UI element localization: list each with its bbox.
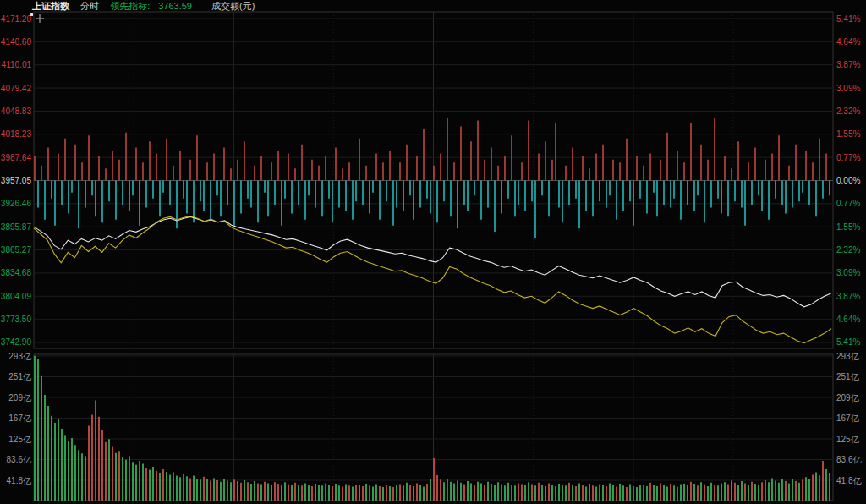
percent-axis-label: 3.87% (836, 292, 860, 301)
volume-axis-label: 167亿 (836, 414, 860, 423)
volume-axis-label: 167亿 (8, 414, 32, 423)
price-line (34, 216, 831, 306)
volume-axis-label: 83.6亿 (836, 455, 862, 464)
indicator-line (34, 216, 831, 343)
price-axis-label: 4079.42 (1, 84, 32, 93)
percent-axis-label: 3.09% (836, 268, 860, 277)
price-axis-label: 3987.64 (1, 153, 32, 162)
price-axis-label: 4110.01 (2, 60, 32, 69)
price-axis-label: 3865.27 (1, 245, 32, 255)
percent-axis-label: 2.32% (836, 245, 860, 255)
cursor-marker (30, 13, 33, 16)
volume-axis-label: 209亿 (8, 393, 32, 403)
percent-axis-label: 1.55% (836, 222, 860, 232)
percent-axis-label: 1.55% (836, 129, 860, 139)
price-axis-label: 3926.46 (1, 199, 32, 208)
volume-axis-label: 209亿 (836, 393, 860, 403)
volume-axis-label: 293亿 (836, 352, 860, 361)
percent-axis-label: 0.00% (836, 176, 860, 185)
percent-axis-label: 0.77% (836, 199, 860, 208)
price-axis-label: 3773.50 (1, 315, 32, 324)
percent-axis-label: 5.41% (836, 337, 860, 347)
percent-axis-label: 4.64% (836, 315, 860, 324)
price-axis-label: 4140.60 (1, 37, 32, 47)
percent-axis-label: 3.09% (836, 84, 860, 93)
volume-axis-label: 41.8亿 (836, 476, 862, 485)
volume-axis-label: 125亿 (8, 435, 32, 444)
price-axis-label: 3804.09 (1, 292, 32, 301)
volume-axis-label: 41.8亿 (7, 476, 32, 485)
price-axis-label: 4048.83 (1, 107, 32, 116)
percent-axis-label: 0.77% (836, 153, 860, 162)
volume-axis-label: 125亿 (836, 435, 860, 444)
percent-axis-label: 2.32% (836, 107, 860, 116)
percent-axis-label: 3.87% (836, 60, 860, 69)
price-axis-label: 3742.90 (1, 337, 32, 347)
price-axis-label: 4018.23 (1, 129, 32, 139)
volume-axis-label: 251亿 (836, 372, 860, 381)
volume-axis-label: 251亿 (8, 372, 32, 381)
volume-axis-label: 293亿 (8, 352, 32, 361)
price-axis-label: 3957.05 (1, 176, 32, 185)
price-axis-label: 3895.87 (1, 222, 32, 232)
percent-axis-label: 5.41% (836, 14, 860, 24)
percent-axis-label: 4.64% (836, 37, 860, 47)
price-axis-label: 4171.20 (1, 14, 32, 24)
chart-window: 上证指数 分时 领先指标:3763.59 成交额(元) 4171.205.41%… (0, 0, 866, 504)
price-axis-label: 3834.68 (1, 268, 32, 277)
chart-canvas[interactable]: 4171.205.41%4140.604.64%4110.013.87%4079… (0, 0, 866, 504)
volume-axis-label: 83.6亿 (7, 455, 32, 464)
